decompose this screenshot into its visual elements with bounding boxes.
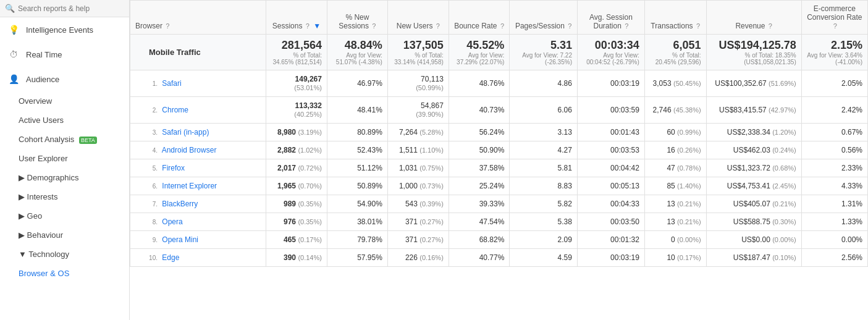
table-row: 1. Safari 149,267 (53.01%) 46.97% 70,113… (130, 70, 868, 97)
row-transactions-0: 3,053 (50.45%) (644, 70, 706, 97)
row-pages-session-4: 5.81 (510, 159, 578, 177)
row-bounce-rate-4: 37.58% (449, 159, 510, 177)
summary-bounce-rate: 45.52% Avg for View: 37.29% (22.07%) (449, 35, 510, 70)
new-users-help-icon[interactable]: ? (436, 22, 440, 30)
sessions-sort-icon[interactable]: ▼ (313, 22, 321, 30)
sessions-help-icon[interactable]: ? (306, 22, 310, 30)
browser-link-6[interactable]: BlackBerry (162, 200, 198, 208)
browser-link-7[interactable]: Opera (162, 217, 182, 226)
row-new-sessions-pct-6: 54.90% (327, 195, 387, 213)
row-revenue-8: US$0.00 (0.00%) (706, 231, 801, 249)
row-browser-5: 6. Internet Explorer (130, 177, 266, 195)
search-bar[interactable]: 🔍 (0, 0, 129, 17)
summary-browser: Mobile Traffic (130, 35, 266, 70)
row-new-users-1: 54,867 (39.90%) (387, 97, 449, 124)
row-rank-2: 3. (149, 129, 158, 136)
table-row: 4. Android Browser 2,882 (1.02%) 52.43% … (130, 141, 868, 159)
sidebar-item-cohort[interactable]: Cohort Analysis BETA (0, 130, 129, 149)
sidebar-item-geo[interactable]: ▶ Geo (0, 206, 129, 225)
row-conversion-5: 4.33% (801, 177, 867, 195)
sidebar-item-interests[interactable]: ▶ Interests (0, 187, 129, 206)
row-new-sessions-pct-9: 57.95% (327, 249, 387, 267)
browser-link-8[interactable]: Opera Mini (162, 235, 198, 244)
intelligence-icon: 💡 (7, 23, 20, 36)
sidebar-item-browser-os[interactable]: Browser & OS (0, 264, 129, 283)
sidebar-item-overview[interactable]: Overview (0, 91, 129, 111)
row-transactions-8: 0 (0.00%) (644, 231, 706, 249)
row-new-sessions-pct-3: 52.43% (327, 141, 387, 159)
row-new-sessions-pct-8: 79.78% (327, 231, 387, 249)
row-browser-9: 10. Edge (130, 249, 266, 267)
browser-link-0[interactable]: Safari (162, 79, 181, 88)
realtime-icon: ⏱ (7, 48, 20, 61)
row-bounce-rate-7: 47.54% (449, 213, 510, 231)
sidebar-item-user-explorer[interactable]: User Explorer (0, 149, 129, 168)
conversion-help-icon[interactable]: ? (833, 22, 837, 30)
row-rank-9: 10. (149, 255, 158, 261)
row-revenue-3: US$462.03 (0.24%) (706, 141, 801, 159)
row-new-users-9: 226 (0.16%) (387, 249, 449, 267)
row-avg-session-0: 00:03:19 (577, 70, 644, 97)
browser-link-1[interactable]: Chrome (162, 106, 188, 114)
table-row: 6. Internet Explorer 1,965 (0.70%) 50.89… (130, 177, 868, 195)
sidebar-label-audience: Audience (26, 75, 59, 84)
technology-label: ▼ Technology (19, 250, 69, 259)
col-header-bounce-rate: Bounce Rate ? (449, 1, 510, 35)
beta-badge: BETA (79, 137, 97, 144)
browser-link-4[interactable]: Firefox (162, 164, 185, 172)
interests-label: ▶ Interests (19, 192, 57, 201)
revenue-help-icon[interactable]: ? (769, 22, 772, 30)
sidebar-item-intelligence[interactable]: 💡 Intelligence Events (0, 17, 129, 42)
row-sessions-2: 8,980 (3.19%) (266, 124, 327, 141)
sidebar-item-behaviour[interactable]: ▶ Behaviour (0, 225, 129, 245)
summary-avg-session: 00:03:34 Avg for View: 00:04:52 (-26.79%… (577, 35, 644, 70)
main-content: Browser ? Sessions ? ▼ % New Sessions ? … (130, 0, 868, 320)
browser-link-3[interactable]: Android Browser (162, 146, 217, 154)
table-row: 3. Safari (in-app) 8,980 (3.19%) 80.89% … (130, 124, 868, 141)
pages-session-help-icon[interactable]: ? (568, 22, 571, 30)
row-avg-session-4: 00:04:42 (577, 159, 644, 177)
row-bounce-rate-2: 56.24% (449, 124, 510, 141)
browser-link-5[interactable]: Internet Explorer (162, 182, 217, 190)
row-pages-session-5: 8.83 (510, 177, 578, 195)
browser-help-icon[interactable]: ? (166, 22, 169, 30)
row-avg-session-1: 00:03:59 (577, 97, 644, 124)
avg-session-help-icon[interactable]: ? (625, 22, 628, 30)
summary-revenue: US$194,125.78 % of Total: 18.35% (US$1,0… (706, 35, 801, 70)
col-header-browser: Browser ? (130, 1, 266, 35)
row-browser-0: 1. Safari (130, 70, 266, 97)
row-transactions-9: 10 (0.17%) (644, 249, 706, 267)
new-sessions-help-icon[interactable]: ? (372, 22, 376, 30)
row-browser-6: 7. BlackBerry (130, 195, 266, 213)
sidebar-item-technology[interactable]: ▼ Technology (0, 245, 129, 264)
row-sessions-0: 149,267 (53.01%) (266, 70, 327, 97)
row-pages-session-3: 4.27 (510, 141, 578, 159)
row-bounce-rate-0: 48.76% (449, 70, 510, 97)
row-sessions-7: 976 (0.35%) (266, 213, 327, 231)
browser-link-2[interactable]: Safari (in-app) (162, 128, 209, 137)
transactions-help-icon[interactable]: ? (696, 22, 700, 30)
col-header-avg-session: Avg. Session Duration ? (577, 1, 644, 35)
behaviour-label: ▶ Behaviour (19, 230, 63, 240)
row-browser-4: 5. Firefox (130, 159, 266, 177)
row-pages-session-7: 5.38 (510, 213, 578, 231)
sidebar-item-demographics[interactable]: ▶ Demographics (0, 168, 129, 187)
col-header-conversion: E-commerce Conversion Rate ? (801, 1, 867, 35)
row-new-users-7: 371 (0.27%) (387, 213, 449, 231)
row-bounce-rate-5: 25.24% (449, 177, 510, 195)
data-table: Browser ? Sessions ? ▼ % New Sessions ? … (130, 0, 868, 267)
col-header-transactions: Transactions ? (644, 1, 706, 35)
row-pages-session-2: 3.13 (510, 124, 578, 141)
row-bounce-rate-9: 40.77% (449, 249, 510, 267)
search-input[interactable] (18, 4, 124, 13)
summary-transactions: 6,051 % of Total: 20.45% (29,596) (644, 35, 706, 70)
sidebar-item-audience[interactable]: 👤 Audience (0, 67, 129, 91)
sidebar-item-realtime[interactable]: ⏱ Real Time (0, 42, 129, 67)
sidebar-item-active-users[interactable]: Active Users (0, 111, 129, 130)
browser-link-9[interactable]: Edge (162, 253, 179, 262)
row-new-sessions-pct-2: 80.89% (327, 124, 387, 141)
bounce-rate-help-icon[interactable]: ? (500, 22, 504, 30)
row-rank-3: 4. (149, 147, 158, 154)
row-pages-session-6: 5.82 (510, 195, 578, 213)
demographics-label: ▶ Demographics (19, 173, 78, 182)
